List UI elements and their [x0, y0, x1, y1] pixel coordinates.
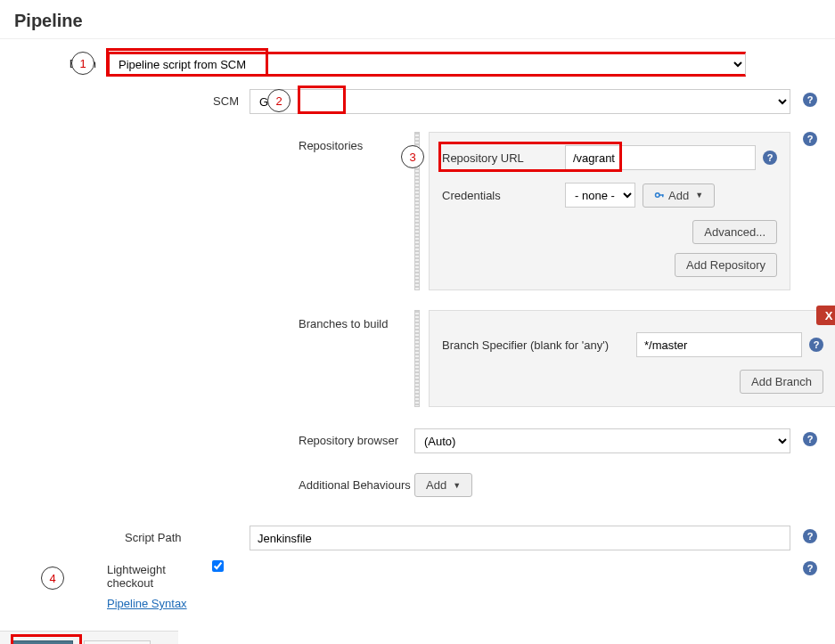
add-branch-button[interactable]: Add Branch	[740, 370, 823, 394]
repo-browser-label: Repository browser	[0, 428, 414, 447]
apply-button[interactable]: Apply	[84, 640, 150, 644]
advanced-button[interactable]: Advanced...	[692, 220, 777, 244]
repositories-label: Repositories	[0, 134, 410, 152]
additional-behaviours-row: Additional Behaviours Add ▼	[0, 469, 835, 501]
save-button[interactable]: Save	[12, 640, 73, 644]
help-icon[interactable]: ?	[803, 432, 817, 446]
pipeline-syntax-row: Pipeline Syntax	[0, 593, 835, 622]
additional-behaviours-label: Additional Behaviours	[0, 473, 414, 492]
pipeline-syntax-link[interactable]: Pipeline Syntax	[107, 597, 187, 610]
scm-select[interactable]: Git	[250, 89, 790, 114]
footer-buttons: Save Apply	[0, 631, 178, 644]
key-icon	[654, 190, 665, 200]
lightweight-checkbox[interactable]	[212, 560, 224, 572]
callout-3: 3	[401, 145, 424, 168]
drag-handle[interactable]	[414, 310, 420, 407]
credentials-row: Credentials - none - Add ▼	[442, 183, 777, 208]
repositories-block: 3 Repository URL ? Credentials - none - …	[414, 132, 790, 290]
callout-2: 2	[267, 89, 291, 112]
credentials-select[interactable]: - none -	[565, 183, 635, 208]
section-title: Pipeline	[0, 0, 835, 39]
add-behaviour-label: Add	[426, 478, 446, 492]
scm-row: SCM 2 Git ?	[0, 86, 835, 118]
chevron-down-icon: ▼	[695, 191, 703, 200]
repo-browser-select[interactable]: (Auto)	[414, 428, 790, 453]
scm-label: SCM	[0, 89, 250, 108]
help-icon[interactable]: ?	[803, 132, 817, 146]
definition-row: Defin 1 Pipeline script from SCM	[0, 48, 835, 80]
svg-rect-2	[662, 194, 664, 197]
branch-panel: X Branch Specifier (blank for 'any') ? A…	[429, 310, 835, 407]
delete-branch-button[interactable]: X	[816, 306, 835, 325]
repo-url-input[interactable]	[565, 145, 756, 170]
repo-url-label: Repository URL	[442, 151, 558, 165]
add-credentials-label: Add	[668, 189, 689, 202]
lightweight-label: Lightweight checkout	[0, 558, 207, 590]
pipeline-form: Defin 1 Pipeline script from SCM /* refi…	[0, 39, 835, 622]
repo-browser-row: Repository browser (Auto) ?	[0, 425, 835, 457]
branch-specifier-label: Branch Specifier (blank for 'any')	[442, 338, 629, 352]
add-behaviour-button[interactable]: Add ▼	[414, 473, 472, 497]
chevron-down-icon: ▼	[453, 481, 461, 490]
script-path-row: Script Path ?	[0, 522, 835, 554]
add-repository-button[interactable]: Add Repository	[675, 253, 777, 277]
help-icon[interactable]: ?	[803, 93, 817, 107]
lightweight-row: Lightweight checkout ? 4	[0, 554, 835, 593]
callout-4: 4	[41, 567, 64, 590]
branch-specifier-input[interactable]	[636, 332, 802, 357]
repo-url-row: 3 Repository URL ?	[442, 145, 777, 170]
add-credentials-button[interactable]: Add ▼	[643, 183, 715, 208]
script-path-label: Script Path	[0, 526, 250, 544]
help-icon[interactable]: ?	[809, 338, 823, 352]
help-icon[interactable]: ?	[803, 561, 817, 575]
credentials-label: Credentials	[442, 189, 558, 202]
script-path-input[interactable]	[250, 526, 790, 550]
help-icon[interactable]: ?	[763, 151, 777, 165]
definition-select[interactable]: Pipeline script from SCM	[107, 52, 746, 77]
branches-block: X Branch Specifier (blank for 'any') ? A…	[414, 310, 790, 407]
branches-label: Branches to build	[0, 312, 414, 330]
help-icon[interactable]: ?	[803, 529, 817, 543]
branch-specifier-row: Branch Specifier (blank for 'any') ?	[442, 332, 823, 357]
callout-1: 1	[71, 52, 94, 75]
repository-panel: 3 Repository URL ? Credentials - none - …	[429, 132, 790, 290]
